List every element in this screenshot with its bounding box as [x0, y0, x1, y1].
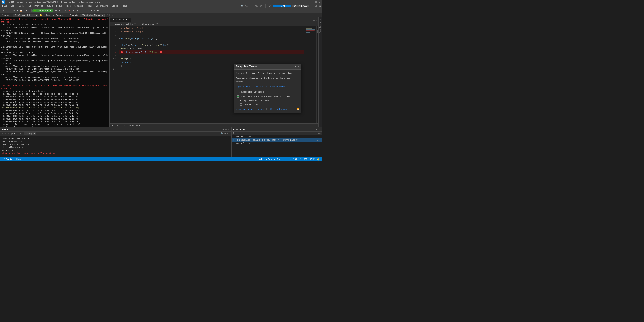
menu-window[interactable]: Window: [110, 4, 121, 8]
split-editor-icon[interactable]: ⊞: [314, 19, 315, 22]
thread-select[interactable]: [17808] Main Thread: [80, 13, 104, 17]
close-button[interactable]: ✕: [318, 1, 320, 3]
toolbar-btn-undo[interactable]: ↺: [25, 8, 28, 12]
menu-view[interactable]: View: [18, 4, 26, 8]
toolbar-btn-1[interactable]: ⟨⟩: [1, 8, 5, 12]
resume-icon[interactable]: ▶: [112, 14, 113, 16]
menu-build[interactable]: Build: [45, 4, 54, 8]
toolbar-debug-2[interactable]: ⊞: [61, 8, 64, 12]
expand-icon[interactable]: ⤢: [268, 5, 271, 7]
output-content[interactable]: Intra object redzone: bb ASan internal: …: [0, 136, 232, 157]
menu-extensions[interactable]: Extensions: [94, 4, 110, 8]
menu-analyze[interactable]: Analyze: [73, 4, 84, 8]
lifecycle-events-btn[interactable]: 🔔 Lifecycle Events: [40, 14, 63, 16]
call-stack-btn-1[interactable]: ▲: [316, 128, 318, 131]
flag-icon[interactable]: ⚑: [107, 14, 108, 16]
title-maximize-button[interactable]: □: [314, 5, 317, 7]
maximize-button[interactable]: □: [314, 1, 317, 3]
call-stack-btn-2[interactable]: ⊡: [318, 128, 320, 131]
menu-git[interactable]: Git: [26, 4, 32, 8]
minimize-button[interactable]: —: [311, 1, 314, 3]
output-action-3[interactable]: ≡: [226, 132, 228, 135]
toolbar-step-out[interactable]: ↑: [83, 8, 86, 12]
status-add-source[interactable]: Add to Source Control: [258, 158, 287, 161]
output-panel-btn-2[interactable]: ⊡: [225, 128, 227, 131]
menu-test[interactable]: Test: [64, 4, 72, 8]
toolbar-stop[interactable]: ⏹: [68, 8, 72, 12]
toolbar-step-over[interactable]: ↷: [76, 8, 79, 12]
breadcrumb-scope-select[interactable]: (Global Scope): [139, 22, 158, 25]
cs-row-external-1[interactable]: [External Code]: [232, 135, 322, 138]
call-stack-table[interactable]: [External Code] ➤ example1.exe!main(int …: [232, 135, 322, 157]
status-crlf[interactable]: CRLF: [308, 158, 316, 161]
settings-chevron-icon[interactable]: ▾: [236, 91, 237, 93]
toolbar-extra-4[interactable]: ◧: [96, 8, 99, 12]
toolbar-extra-2[interactable]: ≡: [90, 8, 93, 12]
zoom-level[interactable]: 111 %: [111, 124, 119, 127]
edit-conditions-link[interactable]: Edit Conditions: [268, 108, 287, 111]
toolbar-btn-redo[interactable]: ↻: [28, 8, 31, 12]
scrollbar-thumb[interactable]: [317, 30, 318, 33]
pause-thread-icon[interactable]: ⏸: [109, 14, 111, 16]
copy-details-link[interactable]: Copy Details: [236, 85, 250, 88]
menu-debug[interactable]: Debug: [54, 4, 64, 8]
exception-pin-button[interactable]: ⊞: [295, 65, 296, 68]
toolbar-btn-copy[interactable]: ⎘: [16, 8, 19, 12]
live-share-button[interactable]: ⚡ Live Share: [273, 5, 291, 7]
code-content[interactable]: #include <stdlib.h> #include <string.h> …: [117, 26, 305, 123]
search-box[interactable]: 🔍 Search (Ctrl+Q): [239, 4, 266, 8]
output-panel-close[interactable]: ✕: [228, 128, 230, 131]
toolbar-btn-paste[interactable]: 📋: [19, 8, 23, 12]
breadcrumb-files-select[interactable]: Miscellaneous Files: [113, 22, 136, 25]
int-preview-button[interactable]: INT PREVIEW: [292, 5, 309, 7]
right-sidebar: Team Explorer: [318, 17, 322, 127]
status-ln-ch[interactable]: Ln: 2 Ch: 1: [286, 158, 302, 161]
toolbar-debug-dropdown[interactable]: ▾: [58, 8, 61, 12]
toolbar-restart[interactable]: ↺: [72, 8, 75, 12]
menu-project[interactable]: Project: [33, 4, 45, 8]
output-action-1[interactable]: 🔍: [221, 132, 224, 135]
exception-checkbox-2[interactable]: [240, 103, 242, 106]
exception-checkbox-1[interactable]: ✓: [237, 95, 240, 98]
start-live-share-link[interactable]: Start Live Share session...: [255, 85, 288, 88]
vertical-scrollbar[interactable]: [316, 26, 318, 123]
checkmark-icon: ✓: [122, 124, 123, 127]
toolbar-debug-1[interactable]: ⊡: [54, 8, 58, 12]
cs-row-external-2[interactable]: [External Code]: [232, 142, 322, 145]
toolbar-extra-3[interactable]: ◈: [94, 8, 96, 12]
menu-help[interactable]: Help: [121, 4, 129, 8]
cs-row-main[interactable]: ➤ example1.exe!main(int argc, char * * a…: [232, 138, 322, 142]
toolbar-btn-3[interactable]: ↪: [8, 8, 11, 12]
menu-edit[interactable]: Edit: [9, 4, 17, 8]
status-spc[interactable]: SPC: [302, 158, 308, 161]
title-close-button[interactable]: ✕: [319, 5, 321, 7]
close-editors-icon[interactable]: ✕: [316, 19, 317, 22]
open-exception-settings-link[interactable]: Open Exception Settings: [236, 108, 264, 111]
exception-close-button[interactable]: ✕: [298, 65, 299, 68]
menu-file[interactable]: File: [1, 4, 9, 8]
toolbar-btn-cut[interactable]: ✂: [13, 8, 16, 12]
toolbar-btn-2[interactable]: ↩: [5, 8, 8, 12]
process-select[interactable]: [3248] example1.exe: [13, 13, 38, 17]
output-panel-btn-1[interactable]: ▲: [222, 128, 224, 131]
toolbar-extra-1[interactable]: ⋯: [87, 8, 90, 12]
output-source-select[interactable]: Debug: [24, 132, 36, 135]
status-bar: ⎇ Ready ⚠ Ready Add to Source Control Ln…: [0, 157, 322, 161]
code-area[interactable]: 1 2 3 4 5 6 7 8 9 10 11 12 13 #include <…: [110, 26, 318, 123]
toolbar-pause[interactable]: ⏸: [64, 8, 68, 12]
status-notif[interactable]: 🔔: [316, 158, 320, 161]
tab-close-button[interactable]: ✕: [128, 19, 129, 21]
title-minimize-button[interactable]: —: [310, 5, 313, 7]
terminal-panel[interactable]: =3248==ERROR: AddressSanitizer: heap-buf…: [0, 17, 110, 127]
menu-tools[interactable]: Tools: [85, 4, 94, 8]
continue-button[interactable]: ▶ Continue ▾: [32, 9, 53, 12]
output-action-4[interactable]: ⊡: [229, 132, 230, 135]
tab-example1-cpp[interactable]: example1.cpp ✕: [110, 17, 132, 22]
status-source-control[interactable]: ⎇ Ready: [2, 158, 13, 161]
status-ready[interactable]: ⚠ Ready: [13, 158, 24, 161]
toolbar-step-into[interactable]: ↓: [80, 8, 82, 12]
breakpoint-dot[interactable]: [121, 51, 123, 53]
output-action-2[interactable]: ⚙: [224, 132, 226, 135]
continue-dropdown-icon[interactable]: ▾: [50, 9, 51, 12]
team-explorer-tab[interactable]: Team Explorer: [319, 17, 322, 35]
